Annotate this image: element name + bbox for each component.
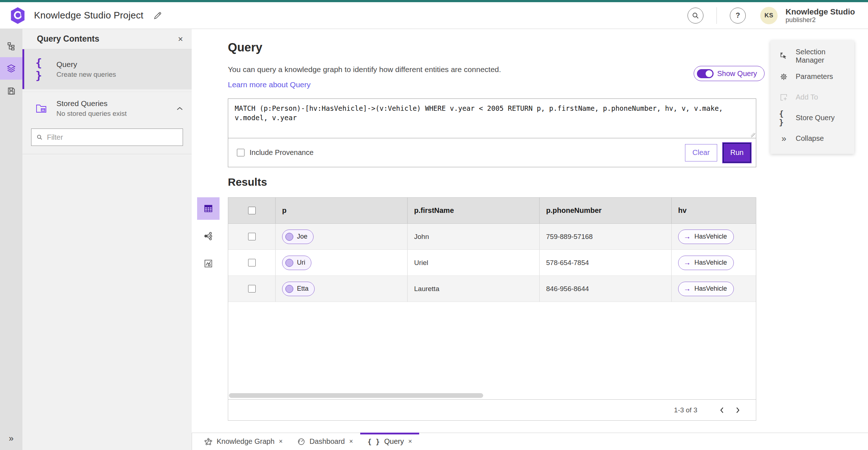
store-query-button[interactable]: { } Store Query	[770, 108, 854, 128]
phone-number-value: 759-889-57168	[546, 233, 593, 241]
tab-label: Dashboard	[310, 437, 345, 446]
help-icon: ?	[736, 11, 740, 20]
network-icon	[204, 231, 213, 241]
tab-query[interactable]: { } Query ×	[360, 433, 419, 450]
column-header-p[interactable]: p	[275, 198, 407, 223]
row-checkbox[interactable]	[248, 259, 256, 266]
panel-item-query[interactable]: { } Query Create new queries	[22, 49, 192, 89]
panel-item-sublabel: Create new queries	[56, 71, 116, 79]
pagination-next-button[interactable]	[730, 402, 746, 418]
filter-box	[31, 129, 183, 146]
braces-icon: { }	[779, 109, 788, 127]
parameters-button[interactable]: Parameters	[770, 66, 854, 87]
rail-item-hierarchy[interactable]	[0, 35, 22, 57]
first-name-value: John	[414, 233, 429, 241]
close-tab-icon[interactable]: ×	[349, 438, 353, 445]
search-button[interactable]	[688, 8, 703, 24]
run-button[interactable]: Run	[723, 143, 751, 163]
close-tab-icon[interactable]: ×	[279, 438, 283, 445]
include-provenance-checkbox[interactable]	[237, 149, 244, 156]
stored-queries-folder-icon	[35, 103, 54, 114]
resize-grip[interactable]	[751, 133, 755, 137]
row-checkbox[interactable]	[248, 285, 256, 293]
search-icon	[37, 134, 43, 140]
pagination-range: 1-3 of 3	[674, 406, 697, 414]
app-root: Knowledge Studio Project ? KS Knowledge …	[0, 0, 868, 450]
double-chevron-right-icon: »	[779, 134, 788, 144]
braces-icon: { }	[35, 56, 54, 82]
double-chevron-right-icon: »	[9, 433, 13, 443]
graph-view-button[interactable]	[197, 225, 220, 247]
first-name-value: Uriel	[414, 259, 428, 267]
panel-item-label: Query	[56, 60, 116, 69]
clear-button[interactable]: Clear	[685, 144, 718, 161]
action-label: Parameters	[796, 72, 833, 81]
panel-header: Query Contents ×	[22, 29, 192, 49]
tab-label: Knowledge Graph	[217, 437, 275, 446]
first-name-value: Lauretta	[414, 285, 439, 293]
arrow-right-icon: →	[684, 285, 691, 293]
panel-divider	[22, 154, 192, 154]
panel-item-label: Stored Queries	[56, 99, 127, 108]
table-header-row: p p.firstName p.phoneNumber hv	[228, 198, 756, 224]
query-description: You can query a knowledge graph to ident…	[228, 65, 501, 74]
header-divider	[716, 7, 717, 24]
chevron-up-icon[interactable]	[176, 106, 183, 111]
edit-title-icon[interactable]	[153, 11, 162, 20]
braces-icon: { }	[367, 438, 380, 446]
node-circle-icon	[285, 259, 293, 267]
help-button[interactable]: ?	[730, 8, 746, 24]
query-actions-panel: Selection Manager Parameters Add To	[770, 41, 854, 154]
node-chip[interactable]: Etta	[282, 282, 315, 296]
table-row: Uri Uriel 578-654-7854 → HasVehicle	[228, 250, 756, 276]
table-empty-area	[228, 302, 756, 399]
edge-chip[interactable]: → HasVehicle	[678, 282, 734, 296]
tab-dashboard[interactable]: Dashboard ×	[290, 433, 360, 450]
user-role: publisher2	[786, 16, 855, 24]
collapse-button[interactable]: » Collapse	[770, 128, 854, 149]
rail-item-save[interactable]	[0, 80, 22, 102]
query-editor[interactable]: MATCH (p:Person)-[hv:HasVehicle]->(v:Veh…	[228, 99, 756, 138]
column-header-phonenumber[interactable]: p.phoneNumber	[539, 198, 671, 223]
avatar[interactable]: KS	[760, 7, 778, 24]
selection-manager-button[interactable]: Selection Manager	[770, 46, 854, 66]
bottom-tab-bar: Knowledge Graph × Dashboard × { } Query …	[192, 433, 868, 450]
project-title: Knowledge Studio Project	[34, 10, 144, 21]
learn-more-link[interactable]: Learn more about Query	[228, 80, 311, 89]
table-body: Joe John 759-889-57168 → HasVehicle Uri …	[228, 224, 756, 302]
close-tab-icon[interactable]: ×	[408, 438, 412, 445]
table-view-button[interactable]	[197, 197, 220, 220]
column-header-firstname[interactable]: p.firstName	[407, 198, 539, 223]
show-query-label: Show Query	[717, 70, 757, 78]
edge-chip-label: HasVehicle	[694, 285, 727, 293]
user-block: Knowledge Studio publisher2	[786, 7, 855, 24]
tab-knowledge-graph[interactable]: Knowledge Graph ×	[197, 433, 290, 450]
include-provenance-label: Include Provenance	[250, 148, 314, 157]
edge-chip[interactable]: → HasVehicle	[678, 230, 734, 244]
arrow-right-icon: →	[684, 258, 691, 267]
horizontal-scrollbar[interactable]	[229, 393, 483, 398]
search-icon	[692, 12, 699, 19]
column-header-hv[interactable]: hv	[671, 198, 756, 223]
node-circle-icon	[285, 285, 293, 293]
pagination-prev-button[interactable]	[714, 402, 730, 418]
rail-item-layers[interactable]	[0, 57, 22, 80]
phone-number-value: 846-956-8644	[546, 285, 589, 293]
app-logo-icon[interactable]	[9, 7, 26, 25]
chart-view-button[interactable]	[197, 252, 220, 275]
node-chip[interactable]: Uri	[282, 256, 311, 270]
table-icon	[204, 204, 213, 213]
selection-manager-icon	[779, 52, 788, 60]
node-chip[interactable]: Joe	[282, 230, 314, 244]
panel-section-divider	[22, 89, 192, 92]
edge-chip[interactable]: → HasVehicle	[678, 256, 734, 270]
add-to-icon	[779, 93, 788, 102]
row-checkbox[interactable]	[248, 233, 256, 240]
filter-input[interactable]	[47, 133, 178, 142]
show-query-toggle[interactable]: Show Query	[694, 66, 765, 81]
select-all-checkbox[interactable]	[248, 207, 256, 214]
expand-rail-button[interactable]: »	[0, 430, 22, 446]
panel-item-stored-queries[interactable]: Stored Queries No stored queries exist	[22, 92, 192, 125]
panel-title: Query Contents	[37, 34, 99, 44]
close-panel-icon[interactable]: ×	[178, 35, 183, 43]
